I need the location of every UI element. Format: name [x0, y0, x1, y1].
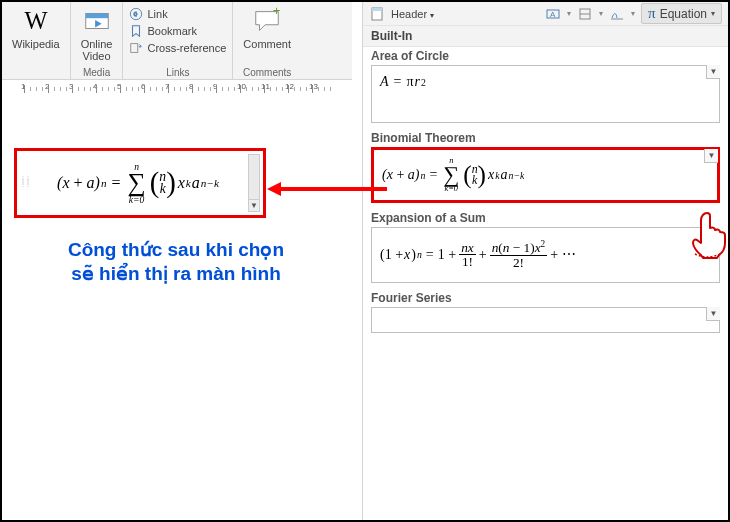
link-icon: [129, 7, 143, 21]
online-video-button[interactable]: Online Video: [75, 4, 119, 64]
bookmark-button[interactable]: Bookmark: [127, 23, 228, 39]
equation-move-handle[interactable]: ⋮⋮⋮⋮⋮⋮: [20, 177, 28, 193]
panel-top-row: Header ▾ A ▾ ▾ ▾ π Equation ▾: [363, 2, 728, 26]
pointer-hand-icon: [689, 210, 729, 260]
equation-card-expansion[interactable]: (1 + x)n = 1 + nx1! + n(n − 1)x22! + ⋯ ▼: [371, 227, 720, 283]
crossref-button[interactable]: Cross-reference: [127, 40, 228, 56]
category-area-of-circle: Area of Circle: [363, 47, 728, 63]
ruler[interactable]: 12345678910111213: [2, 80, 352, 98]
comments-group-label: Comments: [243, 67, 291, 79]
ribbon-group-media: Online Video Media: [71, 2, 124, 79]
annotation-caption: Công thức sau khi chọn sẽ hiển thị ra mà…: [26, 238, 326, 286]
quickparts-icon[interactable]: [577, 6, 593, 22]
equation-card-fourier[interactable]: ▼: [371, 307, 720, 333]
equation-button[interactable]: π Equation ▾: [641, 3, 722, 24]
svg-text:A: A: [550, 10, 556, 19]
svg-rect-2: [85, 14, 108, 19]
equation-gallery-panel: Header ▾ A ▾ ▾ ▾ π Equation ▾ Built-In A…: [362, 2, 728, 520]
equation-card-area-of-circle[interactable]: A=πr2 ▼: [371, 65, 720, 123]
equation-card-binomial[interactable]: (x + a)n = n ∑ k=0 ( nk ) xkan−k ▼: [371, 147, 720, 203]
wikipedia-label: Wikipedia: [12, 38, 60, 50]
header-dropdown[interactable]: Header ▾: [391, 8, 434, 20]
inserted-equation-content: (x + a)n = n ∑ k=0 ( nk ) xkan−k: [31, 155, 245, 211]
crossref-label: Cross-reference: [147, 42, 226, 54]
category-expansion: Expansion of a Sum: [363, 209, 728, 225]
card-dropdown-icon[interactable]: ▼: [706, 65, 720, 79]
signature-icon[interactable]: [609, 6, 625, 22]
video-icon: [82, 6, 112, 36]
svg-text:W: W: [24, 7, 47, 34]
annotation-arrow: [267, 182, 387, 196]
ribbon-group-comments: + Comment Comments: [233, 2, 301, 79]
bookmark-label: Bookmark: [147, 25, 197, 37]
online-video-label: Online Video: [81, 38, 113, 62]
textbox-icon[interactable]: A: [545, 6, 561, 22]
builtin-header: Built-In: [363, 26, 728, 47]
pi-icon: π: [648, 5, 656, 22]
comment-button[interactable]: + Comment: [237, 4, 297, 52]
svg-text:+: +: [273, 6, 281, 18]
comment-label: Comment: [243, 38, 291, 50]
ribbon-group-links: Link Bookmark Cross-reference Links: [123, 2, 233, 79]
links-group-label: Links: [166, 67, 189, 79]
ribbon-group-wikipedia: W Wikipedia: [2, 2, 71, 79]
card-dropdown-icon[interactable]: ▼: [706, 307, 720, 321]
page-icon: [369, 6, 385, 22]
link-button[interactable]: Link: [127, 6, 228, 22]
crossref-icon: [129, 41, 143, 55]
svg-rect-5: [131, 44, 138, 53]
wikipedia-button[interactable]: W Wikipedia: [6, 4, 66, 52]
category-binomial-theorem: Binomial Theorem: [363, 129, 728, 145]
media-group-label: Media: [83, 67, 110, 79]
inserted-equation-box[interactable]: ⋮⋮⋮⋮⋮⋮ (x + a)n = n ∑ k=0 ( nk ) xkan−k …: [14, 148, 266, 218]
link-label: Link: [147, 8, 167, 20]
comment-icon: +: [252, 6, 282, 36]
bookmark-icon: [129, 24, 143, 38]
category-fourier: Fourier Series: [363, 289, 728, 305]
ribbon: W Wikipedia Online Video Media: [2, 2, 352, 80]
wikipedia-icon: W: [21, 6, 51, 36]
svg-rect-8: [372, 8, 382, 11]
equation-options-dropdown[interactable]: ▼: [249, 199, 259, 211]
card-dropdown-icon[interactable]: ▼: [704, 149, 718, 163]
equation-scroll[interactable]: ▼: [248, 154, 260, 212]
